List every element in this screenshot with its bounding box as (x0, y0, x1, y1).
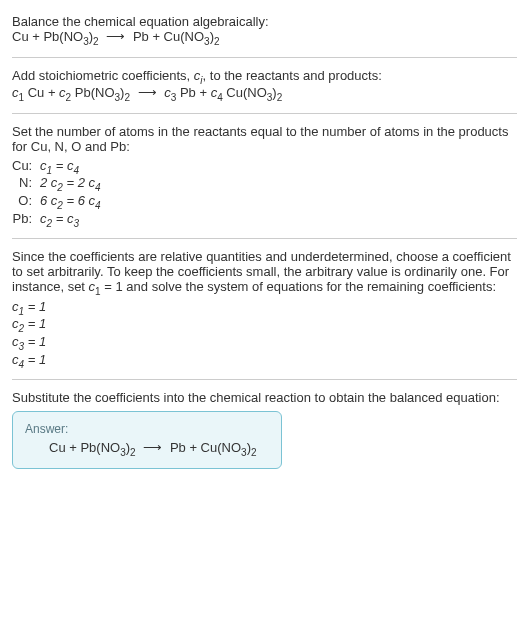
atom-label: O: (12, 193, 40, 208)
eq-text: Cu + (24, 85, 59, 100)
eq-text: 6 (40, 193, 51, 208)
subscript: 2 (214, 36, 220, 47)
eq-text: Pb + Cu(NO (170, 440, 241, 455)
subscript: 2 (251, 447, 257, 458)
subscript: 3 (73, 217, 79, 228)
val: = 1 (24, 299, 46, 314)
step1-instruction: Balance the chemical equation algebraica… (12, 14, 517, 29)
divider (12, 379, 517, 380)
instruction-text: = 1 and solve the system of equations fo… (101, 279, 496, 294)
eq-text: Pb + Cu(NO (133, 29, 204, 44)
step1-section: Balance the chemical equation algebraica… (12, 8, 517, 53)
val: = 1 (24, 334, 46, 349)
atom-row-n: N: 2 c2 = 2 c4 (12, 175, 517, 193)
eq-text: Cu(NO (223, 85, 267, 100)
atom-equation: 2 c2 = 2 c4 (40, 175, 101, 193)
subscript: 4 (95, 200, 101, 211)
step2-equation: c1 Cu + c2 Pb(NO3)2 ⟶ c3 Pb + c4 Cu(NO3)… (12, 85, 517, 103)
coefficient-results: c1 = 1 c2 = 1 c3 = 1 c4 = 1 (12, 299, 517, 369)
atom-equation: c1 = c4 (40, 158, 79, 176)
eq-text: Cu + Pb(NO (49, 440, 120, 455)
eq-text: Pb + (176, 85, 210, 100)
answer-box: Answer: Cu + Pb(NO3)2 ⟶ Pb + Cu(NO3)2 (12, 411, 282, 469)
answer-equation: Cu + Pb(NO3)2 ⟶ Pb + Cu(NO3)2 (25, 440, 269, 458)
step2-instruction: Add stoichiometric coefficients, ci, to … (12, 68, 517, 86)
eq-text: = 6 (63, 193, 89, 208)
step3-instruction: Set the number of atoms in the reactants… (12, 124, 517, 154)
step5-section: Substitute the coefficients into the che… (12, 384, 517, 475)
subscript: 2 (93, 36, 99, 47)
atom-equations-table: Cu: c1 = c4 N: 2 c2 = 2 c4 O: 6 c2 = 6 c… (12, 158, 517, 228)
eq-text: Cu + Pb(NO (12, 29, 83, 44)
instruction-text: , to the reactants and products: (203, 68, 382, 83)
subscript: 2 (277, 92, 283, 103)
arrow-icon: ⟶ (138, 85, 157, 100)
step1-equation: Cu + Pb(NO3)2 ⟶ Pb + Cu(NO3)2 (12, 29, 517, 47)
divider (12, 57, 517, 58)
atom-label: Cu: (12, 158, 40, 173)
eq-text: 2 (40, 175, 51, 190)
eq-text: = 2 (63, 175, 89, 190)
eq-text: = (52, 211, 67, 226)
val: = 1 (24, 316, 46, 331)
atom-row-cu: Cu: c1 = c4 (12, 158, 517, 176)
step4-instruction: Since the coefficients are relative quan… (12, 249, 517, 297)
step3-section: Set the number of atoms in the reactants… (12, 118, 517, 234)
atom-equation: 6 c2 = 6 c4 (40, 193, 101, 211)
divider (12, 113, 517, 114)
step4-section: Since the coefficients are relative quan… (12, 243, 517, 375)
arrow-icon: ⟶ (106, 29, 125, 44)
coef-result-4: c4 = 1 (12, 352, 517, 370)
coef-result-1: c1 = 1 (12, 299, 517, 317)
subscript: 4 (73, 164, 79, 175)
coef-result-2: c2 = 1 (12, 316, 517, 334)
answer-label: Answer: (25, 422, 269, 436)
atom-row-pb: Pb: c2 = c3 (12, 211, 517, 229)
atom-equation: c2 = c3 (40, 211, 79, 229)
atom-row-o: O: 6 c2 = 6 c4 (12, 193, 517, 211)
val: = 1 (24, 352, 46, 367)
coef-result-3: c3 = 1 (12, 334, 517, 352)
step5-instruction: Substitute the coefficients into the che… (12, 390, 517, 405)
eq-text: = (52, 158, 67, 173)
atom-label: N: (12, 175, 40, 190)
subscript: 2 (130, 447, 136, 458)
instruction-text: Add stoichiometric coefficients, (12, 68, 194, 83)
eq-text: Pb(NO (71, 85, 114, 100)
subscript: 2 (124, 92, 130, 103)
subscript: 4 (95, 182, 101, 193)
atom-label: Pb: (12, 211, 40, 226)
step2-section: Add stoichiometric coefficients, ci, to … (12, 62, 517, 109)
divider (12, 238, 517, 239)
arrow-icon: ⟶ (143, 440, 162, 455)
